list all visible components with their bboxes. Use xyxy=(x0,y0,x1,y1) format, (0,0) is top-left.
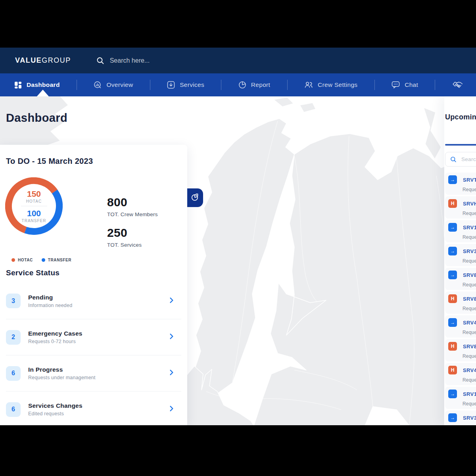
status-count-badge: 3 xyxy=(6,294,21,308)
service-status-row[interactable]: 6 In Progress Requests under management xyxy=(6,355,181,391)
handshake-icon xyxy=(452,80,464,90)
chat-icon xyxy=(392,81,400,89)
global-search-input[interactable] xyxy=(110,57,229,64)
nav-tab-services[interactable]: Services xyxy=(167,81,204,89)
status-texts: In Progress Requests under management xyxy=(28,366,96,380)
status-subtitle: Requests 0-72 hours xyxy=(28,339,83,344)
upcoming-tab-underline xyxy=(445,144,476,146)
service-status-row[interactable]: 3 Pending Information needed xyxy=(6,283,181,319)
todo-card: To DO - 15 March 2023 150 HOTAC 100 TRAN… xyxy=(0,145,187,425)
upcoming-title: Upcoming xyxy=(445,113,476,121)
upcoming-list-item[interactable]: → SRV1T1 Reques xyxy=(445,387,476,409)
app-header: VALUEGROUP xyxy=(0,48,476,73)
main-content: Dashboard To DO - 15 March 2023 150 HOTA… xyxy=(0,96,476,425)
hotac-caption: HOTAC xyxy=(26,199,42,203)
upcoming-search[interactable] xyxy=(445,152,476,167)
upcoming-search-input[interactable] xyxy=(461,156,476,162)
crew-total-label: TOT. Crew Members xyxy=(107,211,158,217)
chevron-right-icon[interactable] xyxy=(168,333,175,342)
service-type-icon: H xyxy=(448,342,457,351)
service-subtitle: Reques xyxy=(463,353,476,359)
status-subtitle: Requests under management xyxy=(28,375,96,380)
status-title: Pending xyxy=(28,294,72,301)
service-code: SRV8H xyxy=(463,344,476,349)
service-type-icon: H xyxy=(448,294,457,303)
service-status-row[interactable]: 6 Services Changes Edited requests xyxy=(6,391,181,425)
letterbox-top xyxy=(0,0,476,48)
nav-tab-label: Overview xyxy=(106,81,133,88)
nav-divider xyxy=(77,80,77,90)
service-subtitle: Reques xyxy=(463,234,476,240)
service-status-title: Service Status xyxy=(6,269,181,277)
chart-panel-toggle-button[interactable] xyxy=(187,188,203,207)
legend-item-transfer: TRANSFER xyxy=(42,258,71,262)
upcoming-list-item[interactable]: H SRV4H Reques xyxy=(445,363,476,385)
service-type-icon: H xyxy=(448,199,457,208)
service-status-list: 3 Pending Information needed 2 Emergency… xyxy=(6,283,181,425)
service-type-icon: → xyxy=(448,413,457,422)
upcoming-list-item[interactable]: H SRVH1 Reques xyxy=(445,196,476,219)
nav-tab-handshake[interactable] xyxy=(452,80,464,90)
upcoming-list-item[interactable]: → SRV8T Reques xyxy=(445,268,476,290)
upcoming-list-item[interactable]: → SRV3T1 Reques xyxy=(445,411,476,425)
upcoming-list-item[interactable]: → SRV3T1 Reques xyxy=(445,244,476,266)
legend-label: TRANSFER xyxy=(48,258,71,262)
nav-tab-report[interactable]: Report xyxy=(238,81,270,89)
service-type-icon: → xyxy=(448,247,457,255)
nav-tab-label: Services xyxy=(180,81,204,88)
service-type-icon: → xyxy=(448,175,457,184)
active-tab-pointer xyxy=(37,90,49,96)
service-type-icon: → xyxy=(448,271,457,279)
nav-tab-crew-settings[interactable]: Crew Settings xyxy=(304,81,357,89)
transfer-dot-icon xyxy=(42,258,45,262)
chevron-right-icon[interactable] xyxy=(168,405,175,414)
service-subtitle: Reques xyxy=(463,258,476,264)
service-code: SRV8T xyxy=(463,272,476,278)
nav-tab-label: Dashboard xyxy=(27,81,60,88)
chevron-right-icon[interactable] xyxy=(168,297,175,305)
status-texts: Pending Information needed xyxy=(28,294,72,308)
service-subtitle: Reques xyxy=(463,282,476,288)
status-count-badge: 2 xyxy=(6,330,21,345)
service-type-icon: → xyxy=(448,318,457,327)
nav-divider xyxy=(221,80,221,90)
search-icon xyxy=(96,57,104,65)
service-code: SRV4T xyxy=(463,320,476,326)
donut-center-labels: 150 HOTAC 100 TRANSFER xyxy=(5,177,63,235)
todo-summary: 150 HOTAC 100 TRANSFER HOTAC TRANSFER 80… xyxy=(6,166,181,251)
donut-legend: HOTAC TRANSFER xyxy=(12,258,71,262)
nav-divider xyxy=(435,80,435,90)
upcoming-panel: Upcoming → SRVT1 Reques H xyxy=(444,96,476,425)
nav-divider xyxy=(287,80,288,90)
nav-tab-dashboard[interactable]: Dashboard xyxy=(14,81,60,89)
service-code: SRVT1 xyxy=(463,177,476,183)
upcoming-list-item[interactable]: H SRV8H Reques xyxy=(445,292,476,314)
pie-chart-icon xyxy=(191,193,200,203)
main-nav: Dashboard Overview Services Report Crew … xyxy=(0,73,476,96)
nav-tab-chat[interactable]: Chat xyxy=(392,81,418,89)
global-search[interactable] xyxy=(96,57,229,65)
upcoming-list-item[interactable]: → SRVT1 Reques xyxy=(445,173,476,195)
service-code: SRV3T1 xyxy=(463,415,476,421)
donut-divider xyxy=(21,206,47,206)
service-code: SRV4H xyxy=(463,367,476,373)
hotac-dot-icon xyxy=(12,258,15,262)
nav-tab-overview[interactable]: Overview xyxy=(94,81,133,89)
status-texts: Services Changes Edited requests xyxy=(28,402,83,416)
service-subtitle: Reques xyxy=(463,330,476,335)
service-code: SRV3T1 xyxy=(463,248,476,254)
totals: 800 TOT. Crew Members 250 TOT. Services xyxy=(107,196,158,257)
chevron-right-icon[interactable] xyxy=(168,369,175,378)
service-subtitle: Reques xyxy=(463,306,476,311)
status-title: In Progress xyxy=(28,366,96,373)
nav-tab-label: Crew Settings xyxy=(318,81,357,88)
upcoming-list-item[interactable]: → SRV4T Reques xyxy=(445,315,476,338)
upcoming-list-item[interactable]: → SRV1T1 Reques xyxy=(445,220,476,242)
service-status-row[interactable]: 2 Emergency Cases Requests 0-72 hours xyxy=(6,319,181,355)
brand-logo-light: GROUP xyxy=(42,56,71,64)
brand-logo[interactable]: VALUEGROUP xyxy=(15,56,71,65)
legend-label: HOTAC xyxy=(18,258,33,262)
upcoming-list-item[interactable]: H SRV8H Reques xyxy=(445,339,476,361)
report-pie-icon xyxy=(238,81,246,89)
dashboard-grid-icon xyxy=(14,81,22,89)
